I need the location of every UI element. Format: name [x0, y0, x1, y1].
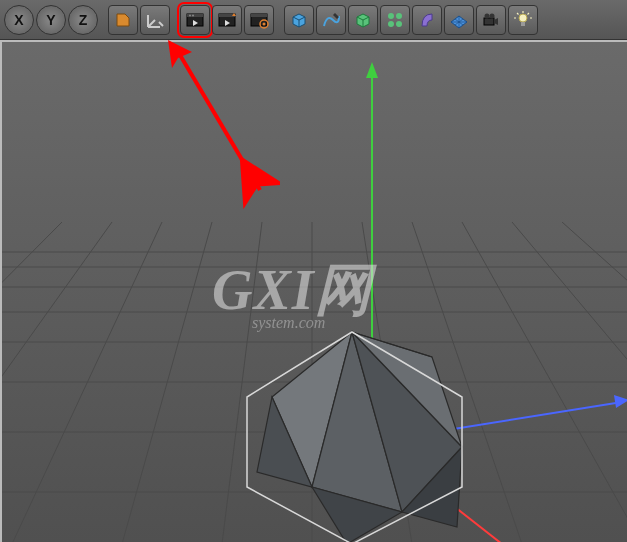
svg-point-19 — [519, 14, 527, 22]
render-view-icon — [185, 10, 205, 30]
camera-icon — [481, 10, 501, 30]
icosahedron-object[interactable] — [247, 332, 462, 542]
light-button[interactable] — [508, 5, 538, 35]
axis-y-button[interactable]: Y — [36, 5, 66, 35]
svg-point-15 — [396, 21, 402, 27]
render-settings-button[interactable] — [244, 5, 274, 35]
render-picture-viewer-icon — [217, 10, 237, 30]
enable-axis-icon — [145, 10, 165, 30]
svg-point-3 — [192, 14, 194, 16]
axis-y-label: Y — [46, 12, 55, 28]
axis-z-label: Z — [79, 12, 88, 28]
make-editable-button[interactable] — [108, 5, 138, 35]
svg-rect-20 — [521, 22, 525, 26]
axis-x-label: X — [14, 12, 23, 28]
svg-marker-41 — [366, 62, 378, 78]
render-picture-viewer-button[interactable] — [212, 5, 242, 35]
subdivision-surface-icon — [353, 10, 373, 30]
svg-point-14 — [388, 21, 394, 27]
light-icon — [513, 10, 533, 30]
axis-z-button[interactable]: Z — [68, 5, 98, 35]
svg-marker-43 — [614, 395, 627, 408]
camera-button[interactable] — [476, 5, 506, 35]
array-icon — [385, 10, 405, 30]
svg-point-2 — [189, 14, 191, 16]
render-view-button[interactable] — [180, 5, 210, 35]
svg-point-17 — [485, 13, 490, 18]
cube-primitive-icon — [289, 10, 309, 30]
bend-deformer-icon — [417, 10, 437, 30]
floor-button[interactable] — [444, 5, 474, 35]
bend-deformer-button[interactable] — [412, 5, 442, 35]
svg-point-12 — [388, 13, 394, 19]
svg-rect-16 — [484, 18, 494, 25]
enable-axis-button[interactable] — [140, 5, 170, 35]
axis-x-button[interactable]: X — [4, 5, 34, 35]
svg-rect-9 — [251, 14, 267, 17]
array-button[interactable] — [380, 5, 410, 35]
viewport-scene — [2, 42, 627, 542]
svg-point-13 — [396, 13, 402, 19]
main-toolbar: X Y Z — [0, 0, 627, 40]
cube-primitive-button[interactable] — [284, 5, 314, 35]
floor-icon — [449, 10, 469, 30]
subdivision-surface-button[interactable] — [348, 5, 378, 35]
make-editable-icon — [113, 10, 133, 30]
svg-point-11 — [263, 22, 266, 25]
spline-pen-icon — [321, 10, 341, 30]
svg-point-18 — [490, 13, 495, 18]
viewport-3d[interactable]: GXI网 system.com — [0, 40, 627, 542]
spline-pen-button[interactable] — [316, 5, 346, 35]
render-settings-icon — [249, 10, 269, 30]
